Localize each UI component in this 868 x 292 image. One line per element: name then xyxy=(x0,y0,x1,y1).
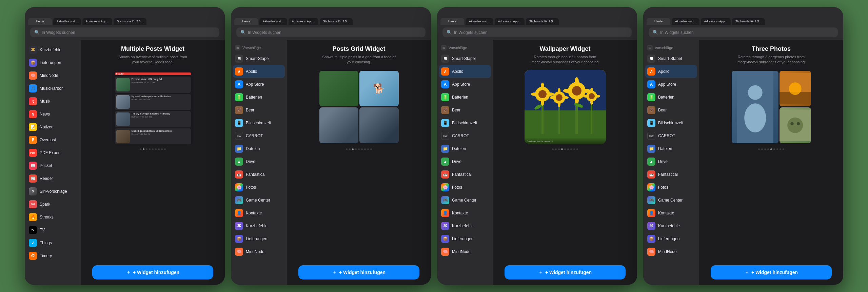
tab-adresse-1[interactable]: Adresse in App... xyxy=(82,18,112,25)
search-bar-1[interactable]: 🔍 In Widgets suchen xyxy=(30,27,219,37)
tab-heute-1[interactable]: Heute xyxy=(28,18,52,25)
widget-title-2: Posts Grid Widget xyxy=(333,45,386,53)
search-container-2: 🔍 In Widgets suchen xyxy=(231,25,431,40)
add-widget-btn-1[interactable]: ＋ + Widget hinzufügen xyxy=(92,265,213,279)
post-content-1: Forest of Maine, USA every fall Worldbea… xyxy=(132,78,190,91)
sidebar-item-kurzbefehle-3[interactable]: ⌘ Kurzbefehle xyxy=(437,220,493,232)
sidebar-label-carrot-4: CARROT xyxy=(658,133,675,138)
sidebar-item-lieferungen[interactable]: 📦 Lieferungen xyxy=(25,56,81,69)
add-widget-btn-2[interactable]: ＋ + Widget hinzufügen xyxy=(298,265,419,279)
sidebar-item-overcast[interactable]: 🎙 Overcast xyxy=(25,133,81,146)
sidebar-item-fotos-3[interactable]: 🌸 Fotos xyxy=(437,181,493,194)
search-bar-2[interactable]: 🔍 In Widgets suchen xyxy=(236,27,426,37)
sidebar-item-smart-stapel-2[interactable]: ⊞ Smart-Stapel xyxy=(231,52,287,65)
tab-adresse-3[interactable]: Adresse in App... xyxy=(495,18,525,25)
add-widget-btn-4[interactable]: ＋ + Widget hinzufügen xyxy=(711,265,832,279)
sidebar-item-kurzbefehle-4[interactable]: ⌘ Kurzbefehle xyxy=(643,220,699,232)
sidebar-item-appstore-2[interactable]: A App Store xyxy=(231,78,287,91)
sidebar-item-lieferungen-3[interactable]: 📦 Lieferungen xyxy=(437,232,493,245)
sidebar-item-spark[interactable]: ✉ Spark xyxy=(25,198,81,211)
icon-fotos-4: 🌸 xyxy=(647,183,655,191)
sidebar-item-pocket[interactable]: 📖 Pocket xyxy=(25,159,81,172)
sidebar-item-dateien-4[interactable]: 📁 Dateien xyxy=(643,142,699,155)
sidebar-item-timery[interactable]: ⏱ Timery xyxy=(25,249,81,262)
search-bar-4[interactable]: 🔍 In Widgets suchen xyxy=(649,27,838,37)
sidebar-item-streaks[interactable]: 🔥 Streaks xyxy=(25,211,81,224)
sidebar-item-drive-3[interactable]: ▲ Drive xyxy=(437,155,493,168)
sidebar-item-carrot-2[interactable]: CW CARROT xyxy=(231,129,287,142)
sidebar-item-bildschirmzeit-2[interactable]: 📱 Bildschirmzeit xyxy=(231,117,287,129)
sidebar-item-kurzbefehle-2[interactable]: ⌘ Kurzbefehle xyxy=(231,220,287,232)
sidebar-item-appstore-3[interactable]: A App Store xyxy=(437,78,493,91)
sidebar-item-apollo-4[interactable]: A Apollo xyxy=(645,65,697,78)
sidebar-item-drive-2[interactable]: ▲ Drive xyxy=(231,155,287,168)
sidebar-item-lieferungen-2[interactable]: 📦 Lieferungen xyxy=(231,232,287,245)
sidebar-item-smart-stapel-3[interactable]: ⊞ Smart-Stapel xyxy=(437,52,493,65)
sidebar-item-mindnode-4[interactable]: 🧠 MindNode xyxy=(643,245,699,258)
sidebar-item-bildschirmzeit-3[interactable]: 📱 Bildschirmzeit xyxy=(437,117,493,129)
section-header-2: ⊞ Vorschläge xyxy=(231,43,287,52)
sidebar-item-bildschirmzeit-4[interactable]: 📱 Bildschirmzeit xyxy=(643,117,699,129)
sidebar-item-mindnode-3[interactable]: 🧠 MindNode xyxy=(437,245,493,258)
tab-heute-2[interactable]: Heute xyxy=(234,18,258,25)
sidebar-item-pdf[interactable]: PDF PDF Expert xyxy=(25,146,81,159)
sidebar-item-lieferungen-4[interactable]: 📦 Lieferungen xyxy=(643,232,699,245)
sidebar-item-batterien-2[interactable]: 🔋 Batterien xyxy=(231,91,287,104)
sidebar-item-game-center-2[interactable]: 🎮 Game Center xyxy=(231,194,287,207)
main-content-1: ⌘ Kurzbefehle 📦 Lieferungen 🧠 MindNode 🎵… xyxy=(25,40,225,285)
sidebar-item-appstore-4[interactable]: A App Store xyxy=(643,78,699,91)
sidebar-item-bear-3[interactable]: 🐻 Bear xyxy=(437,104,493,117)
sidebar-item-bear-2[interactable]: 🐻 Bear xyxy=(231,104,287,117)
sidebar-4: ⊞ Vorschläge ⊞ Smart-Stapel A Apollo A A… xyxy=(643,40,699,285)
sidebar-item-kurzbefehle[interactable]: ⌘ Kurzbefehle xyxy=(25,43,81,56)
tab-stichworte-4[interactable]: Stichworte für 2.5... xyxy=(732,18,765,25)
sidebar-item-batterien-3[interactable]: 🔋 Batterien xyxy=(437,91,493,104)
sidebar-item-news[interactable]: N News xyxy=(25,108,81,121)
sidebar-item-kontakte-3[interactable]: 👤 Kontakte xyxy=(437,207,493,220)
sidebar-item-mindnode[interactable]: 🧠 MindNode xyxy=(25,69,81,82)
sidebar-item-game-center-3[interactable]: 🎮 Game Center xyxy=(437,194,493,207)
sidebar-item-apollo-2[interactable]: A Apollo xyxy=(233,65,285,78)
tab-adresse-2[interactable]: Adresse in App... xyxy=(289,18,318,25)
sidebar-item-fotos-4[interactable]: 🌸 Fotos xyxy=(643,181,699,194)
sidebar-item-notizen[interactable]: 📝 Notizen xyxy=(25,121,81,133)
add-btn-label-1: + Widget hinzufügen xyxy=(133,270,179,275)
sidebar-item-carrot-4[interactable]: CW CARROT xyxy=(643,129,699,142)
sidebar-item-fantastical-4[interactable]: 📅 Fantastical xyxy=(643,168,699,181)
sidebar-item-fantastical-3[interactable]: 📅 Fantastical xyxy=(437,168,493,181)
sidebar-item-dateien-2[interactable]: 📁 Dateien xyxy=(231,142,287,155)
sidebar-item-reeder[interactable]: 📰 Reeder xyxy=(25,172,81,185)
tab-heute-3[interactable]: Heute xyxy=(440,18,464,25)
tab-aktuelles-3[interactable]: Aktuelles und... xyxy=(466,18,493,25)
sidebar-item-dateien-3[interactable]: 📁 Dateien xyxy=(437,142,493,155)
add-widget-btn-3[interactable]: ＋ + Widget hinzufügen xyxy=(505,265,626,279)
sidebar-item-game-center-4[interactable]: 🎮 Game Center xyxy=(643,194,699,207)
sidebar-item-fotos-2[interactable]: 🌸 Fotos xyxy=(231,181,287,194)
tab-aktuelles-2[interactable]: Aktuelles und... xyxy=(259,18,287,25)
sidebar-item-musicharbor[interactable]: 🎵 MusicHarbor xyxy=(25,82,81,95)
sidebar-item-bear-4[interactable]: 🐻 Bear xyxy=(643,104,699,117)
sidebar-item-kontakte-4[interactable]: 👤 Kontakte xyxy=(643,207,699,220)
tab-stichworte-1[interactable]: Stichworte für 2.5... xyxy=(114,18,147,25)
sidebar-item-carrot-3[interactable]: CW CARROT xyxy=(437,129,493,142)
sidebar-item-things[interactable]: ✓ Things xyxy=(25,236,81,249)
tab-aktuelles-4[interactable]: Aktuelles und... xyxy=(672,18,699,25)
sidebar-item-drive-4[interactable]: ▲ Drive xyxy=(643,155,699,168)
sidebar-item-batterien-4[interactable]: 🔋 Batterien xyxy=(643,91,699,104)
sidebar-item-siri[interactable]: S Siri-Vorschläge xyxy=(25,185,81,198)
tab-adresse-4[interactable]: Adresse in App... xyxy=(701,18,731,25)
tab-stichworte-3[interactable]: Stichworte für 2.5... xyxy=(526,18,559,25)
tab-heute-4[interactable]: Heute xyxy=(647,18,670,25)
tab-stichworte-2[interactable]: Stichworte für 2.5... xyxy=(320,18,353,25)
sidebar-item-smart-stapel-4[interactable]: ⊞ Smart-Stapel xyxy=(643,52,699,65)
sidebar-label-kurzbefehle-2: Kurzbefehle xyxy=(246,224,268,228)
sidebar-item-mindnode-2[interactable]: 🧠 MindNode xyxy=(231,245,287,258)
widget-title-4: Three Photos xyxy=(752,45,791,53)
sidebar-item-fantastical-2[interactable]: 📅 Fantastical xyxy=(231,168,287,181)
sidebar-item-kontakte-2[interactable]: 👤 Kontakte xyxy=(231,207,287,220)
sidebar-item-musik[interactable]: ♫ Musik xyxy=(25,95,81,108)
sidebar-item-tv[interactable]: tv TV xyxy=(25,224,81,236)
tab-aktuelles-1[interactable]: Aktuelles und... xyxy=(53,18,81,25)
search-bar-3[interactable]: 🔍 In Widgets suchen xyxy=(442,27,632,37)
sidebar-item-apollo-3[interactable]: A Apollo xyxy=(439,65,491,78)
